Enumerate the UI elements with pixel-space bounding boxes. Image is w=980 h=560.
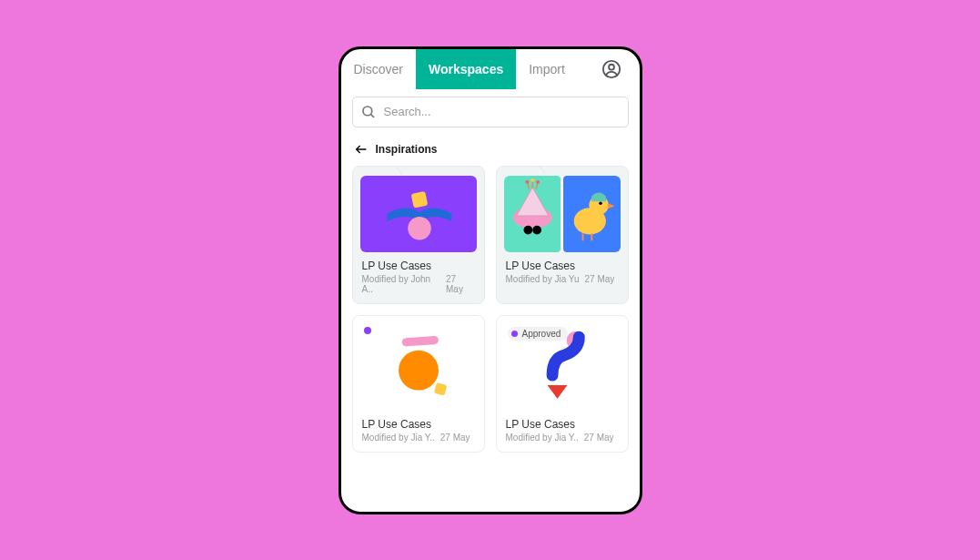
svg-point-1: [609, 64, 614, 69]
search-box[interactable]: [352, 97, 629, 127]
status-dot-icon: [511, 331, 518, 337]
svg-point-15: [536, 179, 540, 183]
user-icon: [601, 59, 621, 79]
svg-point-23: [399, 350, 439, 390]
tab-import[interactable]: Import: [516, 49, 578, 89]
search-input[interactable]: [384, 105, 621, 118]
card-title: LP Use Cases: [506, 260, 619, 272]
card-meta: Modified by Jia Y.. 27 May: [362, 433, 475, 443]
svg-rect-24: [433, 382, 447, 396]
top-tabs: Discover Workspaces Import: [341, 49, 640, 89]
profile-button[interactable]: [600, 57, 623, 81]
folder-card[interactable]: LP Use Cases Modified by John A.. 27 May: [352, 166, 485, 304]
card-thumbnail: [360, 323, 477, 411]
svg-marker-26: [547, 385, 567, 399]
workspace-card[interactable]: LP Use Cases Modified by Jia Y.. 27 May: [352, 315, 485, 453]
abstract-art-icon: [360, 323, 477, 411]
back-arrow-icon[interactable]: [354, 142, 369, 157]
card-grid: LP Use Cases Modified by John A.. 27 May: [341, 166, 640, 453]
status-dot-icon: [364, 327, 371, 334]
svg-point-13: [525, 179, 529, 183]
card-thumbnail: Approved: [504, 323, 621, 411]
card-thumbnail: [504, 176, 621, 252]
svg-point-2: [363, 107, 372, 116]
character-art-icon: [504, 176, 561, 252]
folder-card[interactable]: LP Use Cases Modified by Jia Yu 27 May: [496, 166, 629, 304]
search-bar: [341, 89, 640, 137]
folder-tab: [497, 167, 628, 176]
card-meta: Modified by Jia Y.. 27 May: [506, 433, 619, 443]
card-title: LP Use Cases: [362, 418, 475, 431]
breadcrumb-label: Inspirations: [376, 143, 438, 156]
svg-point-9: [532, 225, 541, 234]
svg-rect-22: [401, 335, 439, 346]
card-thumbnail: [360, 176, 477, 252]
card-meta: Modified by Jia Yu 27 May: [506, 274, 619, 284]
card-meta: Modified by John A.. 27 May: [362, 274, 475, 294]
svg-line-3: [370, 114, 373, 117]
card-title: LP Use Cases: [506, 418, 619, 431]
svg-point-14: [530, 178, 534, 181]
breadcrumb: Inspirations: [341, 137, 640, 166]
svg-rect-5: [410, 190, 428, 208]
workspace-card[interactable]: Approved LP Use Cases Modified by Jia Y.…: [496, 315, 629, 453]
svg-point-8: [523, 225, 532, 234]
bird-art-icon: [563, 176, 621, 252]
app-window: Discover Workspaces Import Inspirations: [338, 46, 642, 514]
svg-point-6: [408, 216, 431, 239]
tab-workspaces[interactable]: Workspaces: [416, 49, 516, 89]
abstract-art-icon: [360, 176, 477, 252]
svg-marker-18: [608, 203, 615, 209]
folder-tab: [353, 167, 484, 176]
card-title: LP Use Cases: [362, 260, 475, 272]
tab-discover[interactable]: Discover: [341, 49, 416, 89]
search-icon: [360, 104, 377, 120]
status-badge: Approved: [508, 327, 569, 341]
svg-point-19: [599, 201, 602, 205]
